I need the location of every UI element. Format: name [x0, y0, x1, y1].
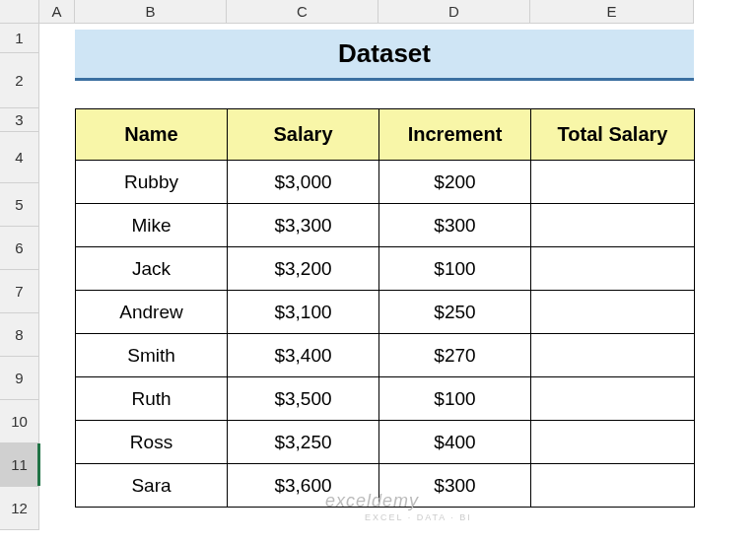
col-header-A[interactable]: A — [39, 0, 75, 24]
cell-salary[interactable]: $3,000 — [228, 161, 379, 204]
cell-increment[interactable]: $300 — [379, 204, 531, 247]
table-row: Jack $3,200 $100 — [76, 247, 695, 291]
row-header-10[interactable]: 10 — [0, 400, 39, 443]
cell-increment[interactable]: $100 — [379, 247, 531, 291]
cell-name[interactable]: Ruth — [76, 377, 228, 421]
row-header-11[interactable]: 11 — [0, 443, 39, 487]
cell-increment[interactable]: $100 — [379, 377, 531, 421]
row-header-6[interactable]: 6 — [0, 227, 39, 270]
col-header-B[interactable]: B — [75, 0, 227, 24]
cell-name[interactable]: Ross — [76, 421, 228, 464]
table-row: Smith $3,400 $270 — [76, 334, 695, 377]
row-header-3[interactable]: 3 — [0, 108, 39, 132]
table-row: Rubby $3,000 $200 — [76, 161, 695, 204]
cell-total[interactable] — [531, 161, 695, 204]
cell-total[interactable] — [531, 464, 695, 508]
cell-name[interactable]: Jack — [76, 247, 228, 291]
cell-increment[interactable]: $400 — [379, 421, 531, 464]
watermark-sub: EXCEL · DATA · BI — [365, 512, 472, 522]
col-header-E[interactable]: E — [530, 0, 694, 24]
cell-increment[interactable]: $250 — [379, 291, 531, 334]
cell-name[interactable]: Smith — [76, 334, 228, 377]
header-salary[interactable]: Salary — [228, 109, 379, 161]
table-header-row: Name Salary Increment Total Salary — [76, 109, 695, 161]
cell-salary[interactable]: $3,100 — [228, 291, 379, 334]
row-headers: 1 2 3 4 5 6 7 8 9 10 11 12 — [0, 24, 39, 530]
cell-name[interactable]: Rubby — [76, 161, 228, 204]
row-header-1[interactable]: 1 — [0, 24, 39, 53]
col-header-D[interactable]: D — [378, 0, 530, 24]
cell-total[interactable] — [531, 247, 695, 291]
row-header-7[interactable]: 7 — [0, 270, 39, 313]
row-header-5[interactable]: 5 — [0, 183, 39, 227]
cell-name[interactable]: Sara — [76, 464, 228, 508]
column-headers: A B C D E — [39, 0, 694, 24]
table-row: Ross $3,250 $400 — [76, 421, 695, 464]
cell-salary[interactable]: $3,250 — [228, 421, 379, 464]
cell-salary[interactable]: $3,200 — [228, 247, 379, 291]
cell-total[interactable] — [531, 377, 695, 421]
cell-total[interactable] — [531, 291, 695, 334]
col-header-C[interactable]: C — [227, 0, 378, 24]
table-row: Ruth $3,500 $100 — [76, 377, 695, 421]
cell-salary[interactable]: $3,500 — [228, 377, 379, 421]
row-header-12[interactable]: 12 — [0, 487, 39, 530]
select-all-corner[interactable] — [0, 0, 39, 24]
watermark: exceldemy — [325, 491, 419, 511]
table-row: Mike $3,300 $300 — [76, 204, 695, 247]
cell-total[interactable] — [531, 421, 695, 464]
header-increment[interactable]: Increment — [379, 109, 531, 161]
cell-total[interactable] — [531, 334, 695, 377]
cell-name[interactable]: Mike — [76, 204, 228, 247]
table-row: Andrew $3,100 $250 — [76, 291, 695, 334]
row-header-4[interactable]: 4 — [0, 132, 39, 183]
row-header-9[interactable]: 9 — [0, 357, 39, 400]
cell-name[interactable]: Andrew — [76, 291, 228, 334]
row-header-8[interactable]: 8 — [0, 313, 39, 357]
cell-total[interactable] — [531, 204, 695, 247]
cell-increment[interactable]: $200 — [379, 161, 531, 204]
cell-increment[interactable]: $270 — [379, 334, 531, 377]
cell-salary[interactable]: $3,400 — [228, 334, 379, 377]
cell-salary[interactable]: $3,300 — [228, 204, 379, 247]
header-total[interactable]: Total Salary — [531, 109, 695, 161]
dataset-title[interactable]: Dataset — [75, 30, 694, 81]
header-name[interactable]: Name — [76, 109, 228, 161]
data-table: Name Salary Increment Total Salary Rubby… — [75, 108, 695, 508]
row-header-2[interactable]: 2 — [0, 53, 39, 108]
